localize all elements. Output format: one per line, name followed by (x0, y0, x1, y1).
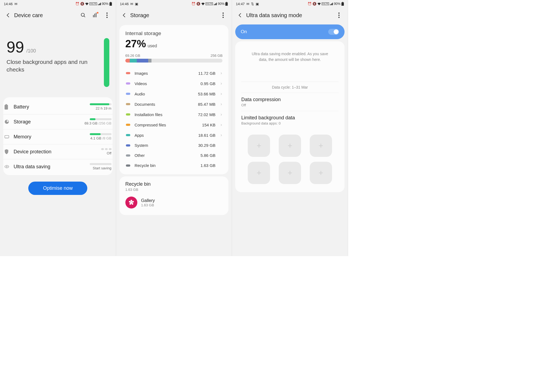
data-compression-value: Off (241, 103, 339, 107)
storage-row-apps[interactable]: Apps18.61 GB› (125, 130, 223, 140)
svg-point-22 (339, 13, 340, 14)
screenshot-icon: ▣ (135, 2, 138, 6)
optimise-now-button[interactable]: Optimise now (28, 182, 87, 195)
wifi-icon (85, 2, 89, 5)
toggle-switch-icon (328, 29, 339, 35)
status-time: 14:47 (236, 2, 245, 6)
color-swatch-icon (126, 134, 130, 136)
row-memory[interactable]: Memory 4.1 GB /8 GB (3, 129, 113, 144)
add-app-slot[interactable]: + (310, 162, 332, 184)
color-swatch-icon (126, 72, 130, 74)
svg-point-18 (129, 203, 131, 205)
screen-ultra-data-saving: 14:47 ✉ ⇅ ▣ ⏰ 🔇 VoLTE 90% Ultra data sav… (232, 0, 348, 256)
storage-row-compressed-files[interactable]: Compressed files154 KB› (125, 120, 223, 130)
add-app-slot[interactable]: + (279, 162, 301, 184)
svg-point-23 (339, 15, 340, 16)
sync-icon: ⇅ (251, 2, 254, 6)
chevron-right-icon: › (218, 133, 222, 138)
recycle-item-name: Gallery (141, 198, 155, 203)
svg-point-15 (131, 200, 132, 201)
svg-rect-9 (226, 2, 227, 2)
score-value: 99 (7, 39, 24, 55)
category-label: Documents (135, 102, 198, 107)
add-app-slot[interactable]: + (248, 162, 270, 184)
storage-row-installation-files[interactable]: Installation files72.02 MB› (125, 109, 223, 120)
memory-icon (4, 135, 14, 139)
category-label: Images (135, 71, 198, 76)
row-battery[interactable]: Battery 22 h 19 m (3, 99, 113, 114)
protection-value: Off (73, 151, 111, 155)
svg-point-24 (339, 17, 340, 18)
memory-bar (90, 133, 111, 135)
category-value: 11.72 GB (198, 71, 215, 76)
category-value: 53.66 MB (198, 92, 215, 96)
status-bar: 14:47 ✉ ⇅ ▣ ⏰ 🔇 VoLTE 90% (232, 0, 348, 8)
storage-row-audio[interactable]: Audio53.66 MB› (125, 89, 223, 99)
svg-rect-0 (110, 2, 111, 2)
storage-row-images[interactable]: Images11.72 GB› (125, 68, 223, 78)
recycle-bin-size: 1.63 GB (125, 188, 223, 192)
score-subtitle: Close background apps and run checks (7, 58, 104, 74)
add-app-slot[interactable]: + (279, 135, 301, 157)
add-app-slot[interactable]: + (310, 135, 332, 157)
row-storage[interactable]: Storage 69.3 GB /256 GB (3, 114, 113, 129)
screenshot-icon: ▣ (256, 2, 259, 6)
storage-row-videos[interactable]: Videos0.95 GB› (125, 78, 223, 89)
data-compression-label: Data compression (241, 97, 339, 102)
chevron-right-icon: › (218, 102, 222, 107)
back-button[interactable] (119, 10, 129, 20)
color-swatch-icon (126, 93, 130, 95)
chevron-right-icon: › (218, 91, 222, 96)
back-button[interactable] (3, 10, 13, 20)
alarm-icon: ⏰ (191, 2, 196, 5)
wifi-icon (201, 2, 205, 5)
row-data-compression[interactable]: Data compression Off (241, 93, 339, 111)
row-limited-bg-data[interactable]: Limited background data Background data … (241, 111, 339, 129)
color-swatch-icon (126, 154, 130, 157)
storage-category-list: Images11.72 GB›Videos0.95 GB›Audio53.66 … (125, 68, 223, 170)
category-value: 1.63 GB (200, 163, 215, 168)
master-toggle[interactable]: On (235, 24, 345, 39)
stats-button[interactable] (91, 11, 99, 19)
status-time: 14:46 (120, 2, 129, 6)
row-ultra-data-saving[interactable]: Ultra data saving Start saving (3, 159, 113, 174)
chevron-right-icon: › (218, 71, 222, 76)
gallery-icon (125, 197, 137, 209)
storage-row-documents[interactable]: Documents85.47 MB› (125, 99, 223, 109)
memory-value: 4.1 GB /8 GB (73, 136, 111, 140)
category-value: 5.86 GB (200, 153, 215, 158)
limited-bg-label: Limited background data (241, 115, 339, 121)
back-button[interactable] (235, 10, 245, 20)
storage-row-other: Other5.86 GB (125, 150, 223, 160)
storage-used: 69.26 GB (125, 54, 140, 58)
svg-point-17 (132, 203, 133, 205)
battery-bar (90, 103, 111, 105)
row-battery-label: Battery (14, 104, 73, 110)
more-button[interactable] (219, 11, 227, 19)
svg-rect-20 (342, 2, 343, 2)
color-swatch-icon (126, 113, 130, 116)
recycle-bin-item[interactable]: Gallery 1.63 GB (125, 197, 223, 209)
chevron-right-icon: › (218, 81, 222, 86)
score-section: 99 /100 Close background apps and run ch… (0, 23, 116, 95)
category-label: Other (135, 153, 201, 158)
page-title: Ultra data saving mode (246, 12, 335, 18)
limited-bg-value: Background data apps: 0 (241, 121, 339, 125)
recycle-bin-card[interactable]: Recycle bin 1.63 GB Gallery 1.63 GB (119, 176, 229, 215)
storage-row-system: System30.29 GB (125, 140, 223, 150)
svg-rect-10 (225, 2, 228, 6)
search-button[interactable] (79, 11, 87, 19)
more-button[interactable] (103, 11, 111, 19)
more-button[interactable] (335, 11, 343, 19)
score-indicator-bar (104, 38, 109, 87)
add-app-slot[interactable]: + (248, 135, 270, 157)
data-cycle-row[interactable]: Data cycle: 1–31 Mar (241, 82, 339, 93)
status-battery-pct: 90% (102, 2, 109, 6)
battery-icon (109, 2, 112, 6)
recycle-bin-title: Recycle bin (125, 181, 223, 187)
color-swatch-icon (126, 164, 130, 167)
row-memory-label: Memory (14, 134, 73, 140)
recycle-item-size: 1.63 GB (141, 203, 155, 207)
color-swatch-icon (126, 144, 130, 147)
row-device-protection[interactable]: Device protection Off (3, 144, 113, 159)
